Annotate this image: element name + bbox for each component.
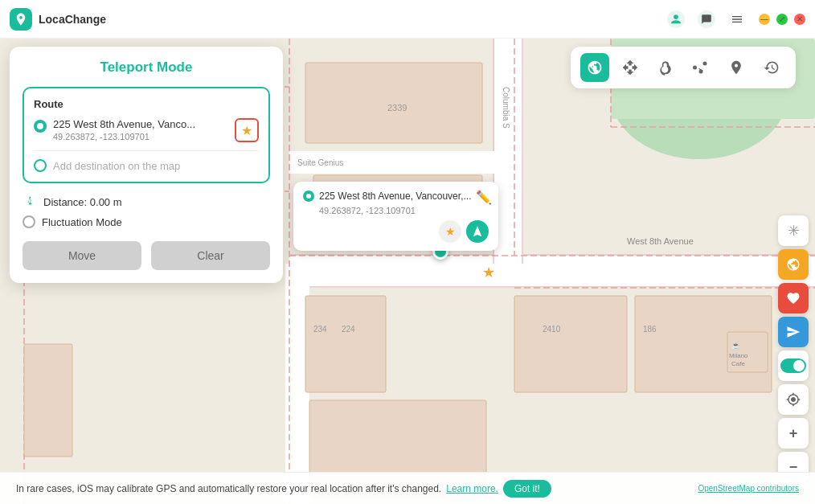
svg-text:Columbia S: Columbia S [502,87,510,129]
dest-dot [34,159,47,172]
svg-rect-8 [522,39,523,264]
route-mode-button[interactable] [651,53,680,82]
app-title: LocaChange [39,13,106,26]
route-origin: 225 West 8th Avenue, Vanco... 49.263872,… [34,118,259,151]
svg-text:Suite Genius: Suite Genius [297,158,343,167]
window-controls: — ⤢ ✕ [759,14,805,25]
svg-text:Milano: Milano [729,352,748,359]
popup-edit-icon[interactable]: ✏️ [476,190,489,203]
minimize-button[interactable]: — [759,14,770,25]
app-icon [10,8,32,31]
bottom-notification-bar: In rare cases, iOS may calibrate GPS and… [0,472,815,504]
user-icon[interactable] [667,10,685,28]
popup-top: 225 West 8th Avenue, Vancouver,... ✏️ [303,190,489,203]
move-mode-button[interactable] [616,53,645,82]
svg-text:224: 224 [342,325,355,334]
origin-dot-inner [37,123,43,129]
origin-name: 225 West 8th Avenue, Vanco... [53,118,228,130]
svg-rect-3 [289,256,815,288]
location-center-button[interactable] [778,384,809,415]
origin-coords: 49.263872, -123.109701 [53,132,228,141]
popup-dot [303,191,314,202]
notification-text: In rare cases, iOS may calibrate GPS and… [16,483,441,494]
osm-credit: OpenStreetMap contributors [698,484,799,493]
svg-text:West 8th Avenue: West 8th Avenue [627,236,694,246]
teleport-mode-button[interactable] [580,53,609,82]
action-buttons: Move Clear [23,241,270,270]
distance-icon [23,195,37,209]
import-mode-button[interactable] [722,53,751,82]
origin-dot [34,120,47,133]
popup-coords: 49.263872, -123.109701 [303,206,489,215]
svg-text:234: 234 [313,325,327,334]
teleport-panel: Teleport Mode Route 225 West 8th Avenue,… [10,47,283,283]
route-destination[interactable]: Add destination on the map [34,159,259,172]
multi-route-button[interactable] [686,53,715,82]
osm-link[interactable]: OpenStreetMap contributors [698,484,799,493]
got-it-button[interactable]: Got it! [503,480,551,498]
svg-rect-26 [514,296,627,392]
distance-label: Distance: 0.00 m [43,196,122,208]
fluctuation-row[interactable]: Fluctuation Mode [23,215,270,228]
svg-text:186: 186 [643,325,657,334]
panel-title: Teleport Mode [23,59,270,76]
popup-address: 225 West 8th Avenue, Vancouver,... [319,191,471,202]
distance-row: Distance: 0.00 m [23,195,270,209]
menu-icon[interactable] [728,10,746,28]
red-tool-button[interactable] [778,283,809,313]
blue-tool-button[interactable] [778,317,809,347]
close-button[interactable]: ✕ [794,14,805,25]
route-label: Route [34,98,259,110]
titlebar: LocaChange — ⤢ ✕ [0,0,815,39]
route-box: Route 225 West 8th Avenue, Vanco... 49.2… [23,87,270,183]
popup-actions: ★ [303,220,489,243]
svg-rect-28 [24,344,72,457]
titlebar-left: LocaChange [10,8,106,31]
history-button[interactable] [757,53,786,82]
learn-more-link[interactable]: Learn more. [446,483,498,494]
move-button[interactable]: Move [23,241,141,270]
svg-text:2339: 2339 [387,103,407,113]
fluctuation-label: Fluctuation Mode [42,216,122,228]
asterisk-button[interactable]: ✳ [778,215,809,246]
toggle-button[interactable] [778,350,809,381]
maximize-button[interactable]: ⤢ [776,14,788,25]
origin-favorite-button[interactable]: ★ [235,118,259,142]
svg-rect-5 [289,286,815,288]
svg-text:2410: 2410 [543,325,561,334]
dest-placeholder: Add destination on the map [53,160,180,172]
popup-dot-inner [306,194,311,199]
popup-favorite-button[interactable]: ★ [439,220,461,243]
right-tools: ✳ + − [778,215,809,482]
fluctuation-toggle[interactable] [23,215,35,228]
map-star-marker: ★ [482,264,495,281]
yellow-tool-button[interactable] [778,249,809,280]
zoom-in-button[interactable]: + [778,418,809,449]
popup-navigate-button[interactable] [466,220,489,243]
map-toolbar [571,47,796,88]
svg-text:☕: ☕ [731,341,741,350]
titlebar-right: — ⤢ ✕ [667,10,805,28]
map-popup: 225 West 8th Avenue, Vancouver,... ✏️ 49… [293,182,498,251]
svg-text:Cafe: Cafe [731,360,745,367]
svg-rect-25 [305,296,386,392]
map-container: West 8th Avenue Columbia S Suite Genius … [0,39,815,504]
origin-info: 225 West 8th Avenue, Vanco... 49.263872,… [53,118,228,141]
titlebar-icons [667,10,746,28]
chat-icon[interactable] [698,10,715,28]
clear-button[interactable]: Clear [151,241,270,270]
